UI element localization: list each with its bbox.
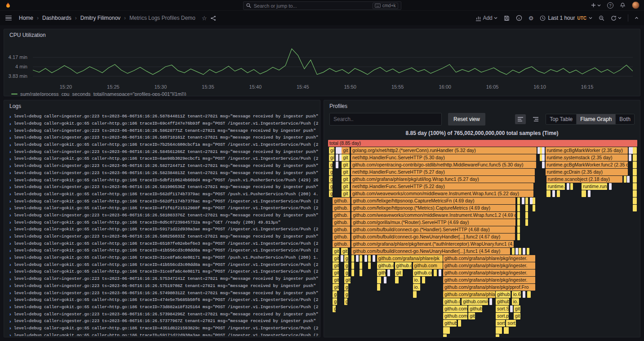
expand-log-chevron-icon[interactable]: › xyxy=(9,220,11,225)
flame-block[interactable]: sort. xyxy=(506,320,516,327)
flame-block[interactable] xyxy=(517,219,520,226)
flame-block[interactable]: runtime.systemstack (2.35 day) xyxy=(546,154,628,161)
series-legend[interactable]: sum(rate(process_cpu_seconds_total{names… xyxy=(11,91,186,96)
flame-block[interactable] xyxy=(582,190,586,197)
expand-log-chevron-icon[interactable]: › xyxy=(9,206,11,211)
flame-block[interactable]: github.com/ xyxy=(443,313,467,319)
expand-log-chevron-icon[interactable]: › xyxy=(9,114,11,119)
flame-block[interactable]: net/http.HandlerFunc.ServeHTTP (5.27 day… xyxy=(351,169,535,175)
flame-block[interactable] xyxy=(523,291,525,298)
expand-log-chevron-icon[interactable]: › xyxy=(9,311,11,317)
flame-block[interactable] xyxy=(336,162,338,168)
flame-block[interactable] xyxy=(525,212,528,219)
flame-block[interactable]: github.com/ xyxy=(443,305,467,312)
flame-block[interactable]: runtime.gcDrain (2.35 day) xyxy=(546,169,628,175)
flame-block[interactable] xyxy=(627,176,630,183)
notifications-bell-icon[interactable] xyxy=(620,2,626,8)
favorite-star-icon[interactable]: ☆ xyxy=(202,15,207,22)
flame-block[interactable] xyxy=(525,219,528,226)
flame-block[interactable]: github. xyxy=(333,233,350,240)
flame-block[interactable]: git xyxy=(329,147,334,154)
flamegraph-search-input[interactable] xyxy=(329,113,442,126)
log-row[interactable]: ›level=debug caller=gokit.go:65 caller=h… xyxy=(9,332,318,336)
flame-block[interactable] xyxy=(341,255,343,262)
flame-block[interactable]: github. xyxy=(496,291,511,298)
expand-log-chevron-icon[interactable]: › xyxy=(9,177,11,183)
flame-block[interactable]: github.com/g xyxy=(462,298,488,305)
flame-block[interactable]: git xyxy=(329,154,334,161)
log-row[interactable]: ›level=debug caller=gokit.go:65 caller=h… xyxy=(9,219,318,226)
flame-block[interactable]: git xyxy=(342,183,350,190)
share-icon[interactable] xyxy=(210,15,216,21)
mode-flame-graph[interactable]: Flame Graph xyxy=(576,114,615,124)
expand-log-chevron-icon[interactable]: › xyxy=(9,135,11,140)
insights-icon-button[interactable] xyxy=(516,15,522,21)
flame-block[interactable]: sort.p xyxy=(496,313,509,319)
flame-block[interactable] xyxy=(633,197,636,204)
flame-block[interactable] xyxy=(434,269,437,276)
flame-block[interactable]: github. xyxy=(333,212,350,219)
flame-block[interactable]: github.com/grafana/phlare/pkg/ingester. xyxy=(443,277,535,283)
expand-log-chevron-icon[interactable]: › xyxy=(9,234,11,239)
log-row[interactable]: ›level=debug caller=gokit.go:65 caller=h… xyxy=(9,296,318,304)
flame-block[interactable]: git xyxy=(333,248,339,255)
expand-log-chevron-icon[interactable]: › xyxy=(9,325,11,331)
log-row[interactable]: ›level=debug caller=ingester.go:223 ts=2… xyxy=(9,184,318,191)
flame-block[interactable] xyxy=(336,154,338,161)
zoom-out-button[interactable] xyxy=(599,15,604,21)
flame-block[interactable]: io.6 xyxy=(512,291,521,298)
flame-block[interactable] xyxy=(413,291,417,298)
flame-block[interactable] xyxy=(567,183,569,190)
flame-block[interactable] xyxy=(546,190,551,197)
text-align-right-button[interactable] xyxy=(530,114,541,124)
flame-block[interactable] xyxy=(458,320,461,327)
expand-log-chevron-icon[interactable]: › xyxy=(9,262,11,267)
log-row[interactable]: ›level=debug caller=ingester.go:223 ts=2… xyxy=(9,134,318,141)
flame-block[interactable] xyxy=(387,269,390,276)
flame-block[interactable]: golang.org/x/net/http2.(*serverConn).run… xyxy=(351,147,537,154)
expand-log-chevron-icon[interactable]: › xyxy=(9,241,11,246)
flame-block[interactable] xyxy=(624,176,626,183)
flame-block[interactable] xyxy=(633,205,636,211)
text-align-left-button[interactable] xyxy=(515,114,526,124)
flame-block[interactable] xyxy=(515,248,518,255)
log-row[interactable]: ›level=debug caller=gokit.go:65 caller=h… xyxy=(9,261,318,268)
flame-block[interactable] xyxy=(364,255,367,262)
flame-block[interactable] xyxy=(360,269,362,276)
flame-block[interactable]: github.com/grafana/phlare/pkg/ingester. xyxy=(443,255,535,262)
expand-log-chevron-icon[interactable]: › xyxy=(9,121,11,126)
flame-block[interactable]: git xyxy=(333,277,339,283)
flame-block[interactable]: gi xyxy=(344,262,349,269)
flame-block[interactable] xyxy=(373,255,375,262)
flame-block[interactable]: github.com/felixge/httpsnoop.CaptureMetr… xyxy=(351,197,515,204)
log-row[interactable]: ›level=debug caller=gokit.go:65 caller=h… xyxy=(9,120,318,127)
search-input[interactable] xyxy=(254,3,370,9)
log-row[interactable]: ›level=debug caller=ingester.go:223 ts=2… xyxy=(9,113,318,120)
flame-block[interactable]: github.com/bufbuild/connect-go.(*Handler… xyxy=(351,226,515,233)
flame-block[interactable] xyxy=(360,255,362,262)
log-row[interactable]: ›level=debug caller=ingester.go:223 ts=2… xyxy=(9,283,318,290)
flame-block[interactable]: gi xyxy=(329,176,333,183)
flame-block[interactable] xyxy=(360,262,362,269)
log-row[interactable]: ›level=debug caller=ingester.go:223 ts=2… xyxy=(9,318,318,325)
flame-block[interactable] xyxy=(356,255,359,262)
flame-block[interactable]: g xyxy=(344,298,347,305)
flame-block[interactable]: github. xyxy=(333,219,350,226)
flame-block[interactable] xyxy=(443,327,450,334)
log-row[interactable]: ›level=debug caller=gokit.go:65 caller=h… xyxy=(9,268,318,275)
flame-block[interactable]: github.com/gorilla/mux.(*Router).ServeHT… xyxy=(351,219,515,226)
flame-block[interactable]: gi xyxy=(344,255,349,262)
menu-toggle-icon[interactable] xyxy=(5,16,12,21)
flame-block[interactable] xyxy=(542,147,545,154)
breadcrumb-dashboards[interactable]: Dashboards xyxy=(42,15,71,21)
flame-block[interactable] xyxy=(552,190,555,197)
log-row[interactable]: ›level=debug caller=gokit.go:65 caller=h… xyxy=(9,205,318,212)
log-row[interactable]: ›level=debug caller=ingester.go:223 ts=2… xyxy=(9,170,318,177)
flame-block[interactable] xyxy=(384,277,386,283)
flame-block[interactable] xyxy=(542,162,545,168)
flame-block[interactable]: git xyxy=(342,169,350,175)
flame-block[interactable] xyxy=(633,162,636,168)
flame-block[interactable]: git xyxy=(333,262,339,269)
log-row[interactable]: ›level=debug caller=ingester.go:223 ts=2… xyxy=(9,162,318,170)
flame-block[interactable] xyxy=(633,147,636,154)
